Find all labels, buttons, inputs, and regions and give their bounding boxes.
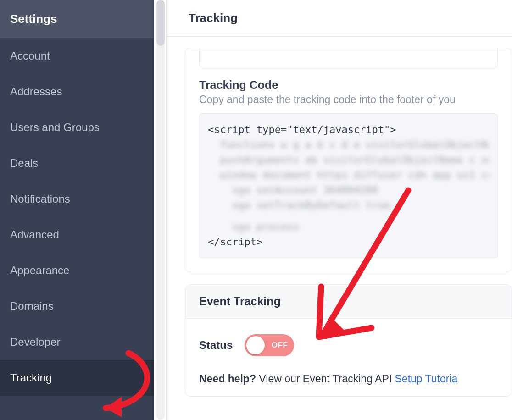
main-header: Tracking [167,0,512,37]
tracking-code-heading: Tracking Code [185,78,512,92]
scrollbar-thumb[interactable] [156,0,165,46]
toggle-knob [246,336,265,354]
scrollbar[interactable] [154,0,167,420]
page-title: Tracking [189,11,490,25]
help-text: View our Event Tracking API [256,373,395,385]
sidebar-item-advanced[interactable]: Advanced [0,217,154,253]
status-toggle[interactable]: OFF [245,334,294,356]
status-label: Status [199,339,233,352]
sidebar-item-developer[interactable]: Developer [0,324,154,360]
code-line-close: </script> [208,234,489,249]
sidebar-item-deals[interactable]: Deals [0,145,154,181]
sidebar-item-notifications[interactable]: Notifications [0,181,154,217]
scrollbar-track [156,0,165,420]
event-tracking-heading: Event Tracking [199,295,498,308]
status-row: Status OFF [199,334,498,356]
sidebar-item-tracking[interactable]: Tracking [0,360,154,396]
toggle-state-text: OFF [272,341,288,350]
sidebar-header: Settings [0,0,154,38]
panel-top-stub [199,48,498,67]
code-line-blurred: vgo setTrackByDefault true [208,198,489,213]
code-line-blurred: pushArguments ab visitorGlobalObjectName… [208,152,489,167]
sidebar-item-account[interactable]: Account [0,38,154,74]
tracking-code-panel: Tracking Code Copy and paste the trackin… [185,48,512,272]
tracking-code-box[interactable]: <script type="text/javascript"> function… [199,113,498,258]
sidebar-item-domains[interactable]: Domains [0,288,154,324]
code-line-blurred: vgo setAccount 364804280 [208,182,489,198]
main-content: Tracking Tracking Code Copy and paste th… [167,0,512,420]
sidebar-items: Account Addresses Users and Groups Deals… [0,38,154,396]
sidebar-item-users-groups[interactable]: Users and Groups [0,110,154,145]
event-tracking-panel: Event Tracking Status OFF Need help? Vie… [185,284,512,397]
content-area: Tracking Code Copy and paste the trackin… [167,37,512,397]
sidebar-title: Settings [10,12,144,26]
code-line-blurred: vgo process [208,219,489,234]
help-line: Need help? View our Event Tracking API S… [199,373,498,385]
sidebar-item-addresses[interactable]: Addresses [0,74,154,110]
code-line-blurred: functionv w g a b c d e visitorGlobalObj… [208,137,489,152]
tracking-code-subtitle: Copy and paste the tracking code into th… [185,92,512,113]
help-strong: Need help? [199,373,256,385]
sidebar-item-appearance[interactable]: Appearance [0,253,154,288]
event-tracking-body: Status OFF Need help? View our Event Tra… [185,319,512,396]
code-line-blurred: window document https diffuser cdn app u… [208,167,489,182]
sidebar: Settings Account Addresses Users and Gro… [0,0,154,420]
help-link[interactable]: Setup Tutoria [395,373,458,385]
event-tracking-header: Event Tracking [185,285,512,319]
code-line-open: <script type="text/javascript"> [208,122,489,137]
